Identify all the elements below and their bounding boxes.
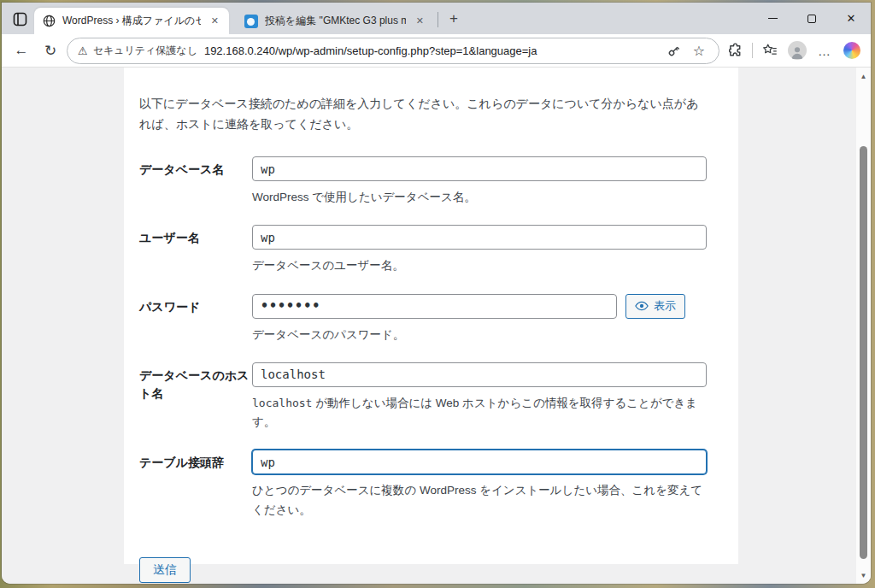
close-icon: ✕ (847, 12, 856, 25)
field-label: データベース名 (139, 156, 252, 207)
tab-close-icon[interactable]: ✕ (208, 14, 222, 28)
copilot-button[interactable] (840, 38, 864, 62)
minimize-button[interactable] (753, 3, 792, 34)
field-label: ユーザー名 (139, 225, 252, 275)
extensions-icon[interactable] (723, 38, 747, 62)
security-warning-icon: ⚠ (78, 44, 88, 57)
setup-form-card: 以下にデータベース接続のための詳細を入力してください。これらのデータについて分か… (124, 68, 738, 564)
copilot-icon (843, 42, 860, 59)
close-button[interactable]: ✕ (831, 3, 871, 34)
tab-edit-post[interactable]: 投稿を編集 "GMKtec G3 plus mini ✕ (236, 8, 434, 34)
username-input[interactable] (252, 225, 707, 250)
dbname-input[interactable] (252, 156, 707, 181)
password-key-icon[interactable] (664, 44, 683, 58)
new-tab-button[interactable]: + (442, 7, 466, 31)
form-row-password: パスワード 表示 データベースのパスワード。 (139, 294, 707, 344)
settings-more-button[interactable]: … (813, 38, 837, 62)
form-row-dbhost: データベースのホスト名 localhost が動作しない場合には Web ホスト… (139, 362, 707, 432)
url-text[interactable]: 192.168.0.240/wp/wp-admin/setup-config.p… (204, 44, 657, 57)
back-button[interactable]: ← (9, 38, 34, 63)
maximize-button[interactable] (792, 3, 831, 34)
tab-close-icon[interactable]: ✕ (413, 14, 427, 28)
browser-window: WordPress › 構成ファイルのセットアッ ✕ 投稿を編集 "GMKtec… (2, 3, 871, 584)
more-icon: … (818, 44, 831, 58)
field-label: データベースのホスト名 (139, 362, 252, 432)
tab-actions-menu-icon[interactable] (7, 6, 32, 32)
profile-button[interactable] (785, 38, 809, 62)
password-input[interactable] (252, 294, 617, 319)
site-favicon-icon (244, 15, 258, 28)
scroll-up-icon[interactable]: ▲ (856, 69, 871, 83)
address-bar[interactable]: ⚠ セキュリティ保護なし 192.168.0.240/wp/wp-admin/s… (67, 38, 719, 64)
security-chip[interactable]: ⚠ セキュリティ保護なし (78, 44, 197, 58)
eye-icon (635, 301, 649, 311)
field-description: データベースのパスワード。 (252, 326, 707, 344)
scroll-down-icon[interactable]: ▼ (856, 568, 871, 582)
browser-toolbar: ← ↻ ⚠ セキュリティ保護なし 192.168.0.240/wp/wp-adm… (2, 34, 871, 68)
favorite-star-icon[interactable]: ☆ (690, 43, 708, 59)
security-label: セキュリティ保護なし (93, 44, 197, 58)
scrollbar-thumb[interactable] (860, 146, 867, 559)
desktop: { "tabbar": { "tab1": { "title": "WordPr… (0, 0, 875, 588)
page-scrollbar[interactable]: ▲ ▼ (856, 68, 871, 584)
form-row-username: ユーザー名 データベースのユーザー名。 (139, 225, 707, 275)
table-prefix-input[interactable] (252, 450, 707, 474)
favorites-list-icon[interactable] (758, 38, 782, 62)
field-description: localhost が動作しない場合には Web ホストからこの情報を取得するこ… (252, 394, 707, 432)
tab-divider (438, 12, 438, 27)
avatar (788, 41, 807, 60)
tab-wordpress-setup[interactable]: WordPress › 構成ファイルのセットアッ ✕ (34, 8, 229, 34)
field-description: データベースのユーザー名。 (252, 256, 707, 275)
show-password-label: 表示 (654, 298, 676, 314)
dbhost-input[interactable] (252, 362, 707, 387)
page-viewport: 以下にデータベース接続のための詳細を入力してください。これらのデータについて分か… (2, 68, 871, 584)
field-label: テーブル接頭辞 (139, 450, 252, 520)
globe-icon (43, 15, 56, 27)
toolbar-divider (752, 43, 753, 58)
intro-text: 以下にデータベース接続のための詳細を入力してください。これらのデータについて分か… (139, 93, 707, 134)
code-localhost: localhost (252, 397, 312, 409)
form-row-dbname: データベース名 WordPress で使用したいデータベース名。 (139, 156, 707, 207)
tab-title: WordPress › 構成ファイルのセットアッ (62, 14, 201, 28)
show-password-button[interactable]: 表示 (625, 294, 685, 319)
window-controls: ✕ (753, 3, 871, 34)
maximize-icon (807, 15, 816, 23)
field-description: WordPress で使用したいデータベース名。 (252, 188, 707, 207)
minimize-icon (768, 18, 778, 19)
tab-bar: WordPress › 構成ファイルのセットアッ ✕ 投稿を編集 "GMKtec… (2, 3, 871, 34)
form-row-prefix: テーブル接頭辞 ひとつのデータベースに複数の WordPress をインストール… (139, 450, 707, 520)
field-label: パスワード (139, 294, 252, 344)
tab-title: 投稿を編集 "GMKtec G3 plus mini (265, 14, 406, 28)
submit-button[interactable]: 送信 (139, 557, 191, 583)
field-description: ひとつのデータベースに複数の WordPress をインストールしたい場合、これ… (252, 481, 707, 520)
refresh-button[interactable]: ↻ (38, 38, 63, 63)
